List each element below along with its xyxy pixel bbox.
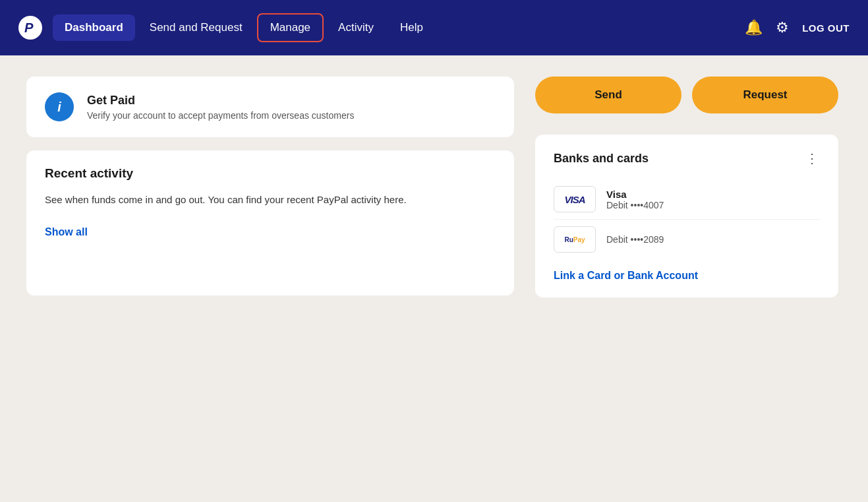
- visa-card-number: Debit ••••4007: [606, 200, 664, 210]
- action-buttons: Send Request: [535, 77, 838, 113]
- more-options-icon[interactable]: ⋮: [805, 150, 820, 166]
- visa-card-item: VISA Visa Debit ••••4007: [554, 179, 820, 220]
- rupay-card-number: Debit ••••2089: [606, 234, 664, 245]
- nav-item-help[interactable]: Help: [388, 15, 435, 41]
- info-icon: i: [45, 92, 74, 121]
- recent-activity-card: Recent activity See when funds come in a…: [26, 150, 514, 296]
- banks-cards-card: Banks and cards ⋮ VISA Visa Debit ••••40…: [535, 135, 838, 298]
- svg-text:P: P: [24, 20, 34, 35]
- banks-cards-title: Banks and cards: [554, 152, 649, 166]
- left-column: i Get Paid Verify your account to accept…: [26, 77, 514, 298]
- request-button[interactable]: Request: [692, 77, 838, 113]
- banks-header: Banks and cards ⋮: [554, 150, 820, 166]
- nav-item-activity[interactable]: Activity: [326, 15, 386, 41]
- nav-right: 🔔 ⚙ LOG OUT: [745, 19, 850, 36]
- get-paid-text: Get Paid Verify your account to accept p…: [87, 94, 354, 121]
- rupay-card-item: RuPay Debit ••••2089: [554, 220, 820, 259]
- nav-item-send-request[interactable]: Send and Request: [138, 15, 254, 41]
- main-content: i Get Paid Verify your account to accept…: [0, 55, 868, 319]
- visa-card-name: Visa: [606, 189, 664, 200]
- bell-icon[interactable]: 🔔: [745, 19, 763, 36]
- paypal-logo: P: [18, 16, 42, 40]
- recent-activity-description: See when funds come in and go out. You c…: [45, 193, 496, 208]
- recent-activity-title: Recent activity: [45, 166, 496, 181]
- rupay-logo: RuPay: [564, 236, 585, 243]
- right-column: Send Request Banks and cards ⋮ VISA Visa…: [535, 77, 838, 298]
- nav-links: Dashboard Send and Request Manage Activi…: [53, 13, 745, 42]
- visa-card-info: Visa Debit ••••4007: [606, 189, 664, 210]
- visa-text: VISA: [564, 194, 585, 205]
- nav-item-manage[interactable]: Manage: [257, 13, 324, 42]
- show-all-link[interactable]: Show all: [45, 226, 88, 237]
- logout-button[interactable]: LOG OUT: [802, 22, 850, 34]
- gear-icon[interactable]: ⚙: [776, 19, 789, 36]
- visa-logo: VISA: [554, 186, 596, 212]
- get-paid-card: i Get Paid Verify your account to accept…: [26, 77, 514, 137]
- get-paid-title: Get Paid: [87, 94, 354, 108]
- link-account-link[interactable]: Link a Card or Bank Account: [554, 270, 698, 282]
- rupay-logo-container: RuPay: [554, 226, 596, 253]
- navbar: P Dashboard Send and Request Manage Acti…: [0, 0, 868, 55]
- rupay-card-info: Debit ••••2089: [606, 234, 664, 245]
- get-paid-description: Verify your account to accept payments f…: [87, 110, 354, 121]
- send-button[interactable]: Send: [535, 77, 681, 113]
- nav-item-dashboard[interactable]: Dashboard: [53, 15, 135, 41]
